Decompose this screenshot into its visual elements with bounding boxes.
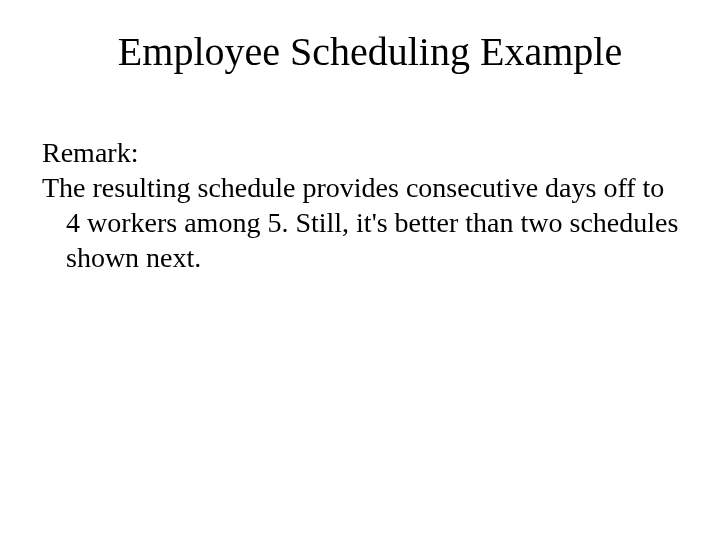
slide-title: Employee Scheduling Example — [40, 28, 680, 75]
remark-body: The resulting schedule provides consecut… — [42, 170, 680, 275]
slide-content: Remark: The resulting schedule provides … — [40, 135, 680, 275]
slide-container: Employee Scheduling Example Remark: The … — [0, 0, 720, 540]
remark-label: Remark: — [42, 135, 680, 170]
